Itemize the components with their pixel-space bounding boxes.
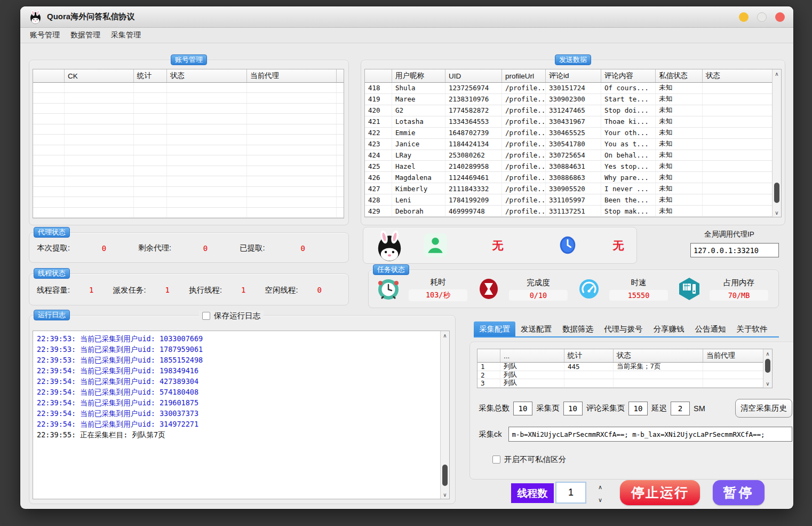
table-header: CK统计状态当前代理 (33, 69, 344, 83)
scroll-up-icon[interactable]: ∧ (441, 331, 449, 340)
table-cell: Emmie (392, 128, 445, 138)
table-cell: 1784199209 (445, 194, 501, 205)
log-scrollbar[interactable]: ∧ ∨ (440, 331, 449, 499)
send-table-scrollbar[interactable]: ∧ ∨ (772, 69, 781, 217)
table-cell: /profile... (501, 94, 545, 105)
table-cell (702, 161, 772, 171)
table-cell: /profile... (501, 116, 545, 127)
table-row[interactable]: 429Deborah469999748/profile...331137251S… (365, 206, 772, 217)
config-field-input-3[interactable] (671, 402, 690, 415)
proxy-status-badge: 代理状态 (34, 227, 70, 238)
proxy-status-items: 本次提取:0剩余代理:0已提取:0 (37, 237, 341, 259)
minimize-button[interactable] (739, 12, 749, 22)
table-cell: /profile... (501, 128, 545, 138)
queue-table-scrollbar[interactable]: ∧ ∨ (763, 349, 772, 388)
table-cell (702, 128, 772, 138)
tab-0[interactable]: 采集配置 (474, 321, 515, 336)
proxy-status-pair-1: 剩余代理:0 (138, 243, 240, 253)
global-proxy-input[interactable] (690, 243, 779, 257)
thread-status-badge: 线程状态 (34, 268, 70, 279)
run-log-group: 运行日志 保存运行日志 22:39:53: 当前已采集到用户uid: 10330… (29, 315, 456, 504)
table-cell: Start te... (601, 94, 655, 105)
tab-2[interactable]: 数据筛选 (557, 321, 599, 336)
close-button[interactable] (775, 12, 785, 22)
log-line-1: 22:39:53: 当前已采集到用户uid: 1787959061 (37, 344, 437, 355)
table-cell: Thoae ki... (601, 116, 655, 127)
table-row[interactable]: 421Lotasha1334364553/profile...330431967… (365, 116, 772, 128)
table-row[interactable]: 424LRay253080262/profile...330725654On b… (365, 150, 772, 161)
tab-5[interactable]: 公告通知 (690, 321, 731, 336)
table-cell (64, 104, 133, 113)
table-cell (336, 93, 344, 103)
maximize-button[interactable] (757, 12, 767, 22)
config-field-input-1[interactable] (563, 402, 583, 415)
pause-button[interactable]: 暂停 (713, 480, 765, 505)
scroll-down-icon[interactable]: ∨ (441, 490, 449, 499)
table-cell: 427 (365, 183, 392, 194)
table-row[interactable]: 428Leni1784199209/profile...331105997Bee… (365, 194, 772, 206)
stop-run-button[interactable]: 停止运行 (620, 480, 700, 505)
stepper-down-icon[interactable]: ∨ (598, 496, 602, 504)
table-cell (246, 114, 336, 123)
config-field-input-2[interactable] (628, 402, 648, 415)
table-row[interactable]: 3列队 (477, 379, 763, 388)
clear-history-button[interactable]: 清空采集历史 (735, 399, 792, 418)
table-row[interactable]: 427Kimberly2111843332/profile...33090552… (365, 183, 772, 194)
stepper-up-icon[interactable]: ∧ (598, 483, 602, 491)
table-cell: /profile... (501, 194, 545, 205)
column-header: 当前代理 (703, 349, 763, 362)
table-cell: 1124469461 (445, 172, 501, 183)
table-cell: I never ... (601, 183, 655, 194)
scroll-up-icon[interactable]: ∧ (763, 349, 772, 358)
menu-item-2[interactable]: 采集管理 (106, 29, 146, 42)
table-cell (64, 197, 133, 207)
table-row[interactable]: 419Maree2138310976/profile...330902300St… (365, 94, 772, 105)
table-cell (133, 104, 166, 113)
scroll-up-icon[interactable]: ∧ (773, 69, 781, 78)
table-cell: Deborah (392, 206, 445, 216)
tab-1[interactable]: 发送配置 (515, 321, 557, 336)
scroll-down-icon[interactable]: ∨ (773, 208, 781, 217)
column-header: profileUrl (501, 69, 545, 82)
tab-3[interactable]: 代理与拨号 (599, 321, 648, 336)
account-table: CK统计状态当前代理 (33, 69, 344, 218)
table-cell: 列队 (500, 371, 564, 379)
table-row[interactable]: 422Emmie1648702739/profile...330465525Yo… (365, 128, 772, 139)
scroll-thumb[interactable] (442, 465, 448, 486)
table-row[interactable]: 420G21774582872/profile...331247465Stop … (365, 105, 772, 116)
task-item-label: 完成度 (527, 278, 550, 288)
table-cell: /profile... (501, 206, 545, 216)
config-field-input-0[interactable] (513, 402, 532, 415)
collect-ck-input[interactable] (508, 427, 793, 442)
dm-distinguish-checkbox[interactable] (492, 456, 500, 464)
collect-queue-table: ...统计状态当前代理1列队445当前采集；7页2列队3列队 ∧ ∨ (477, 349, 773, 388)
scroll-down-icon[interactable]: ∨ (763, 379, 772, 388)
table-row[interactable]: 425Hazel2140289958/profile...330884631Ye… (365, 161, 772, 172)
table-row[interactable]: 423Janice1184424134/profile...330541780Y… (365, 139, 772, 150)
tab-4[interactable]: 分享赚钱 (648, 321, 690, 336)
table-header: 用户昵称UIDprofileUrl评论id评论内容私信状态状态 (365, 69, 772, 83)
table-cell: Hazel (392, 161, 445, 171)
table-row[interactable]: 418Shula1237256974/profile...330151724Of… (365, 83, 772, 94)
table-cell (564, 371, 613, 379)
task-status-badge: 任务状态 (373, 264, 409, 275)
scroll-thumb[interactable] (765, 359, 770, 373)
table-row[interactable]: 2列队 (477, 371, 763, 380)
menu-item-0[interactable]: 账号管理 (25, 29, 65, 42)
table-row[interactable]: 1列队445当前采集；7页 (477, 363, 763, 371)
table-cell (702, 105, 772, 116)
table-cell (64, 155, 133, 165)
column-header: 私信状态 (655, 69, 702, 82)
scroll-thumb[interactable] (774, 183, 779, 203)
thread-count-input[interactable] (555, 482, 586, 504)
tab-6[interactable]: 关于软件 (731, 321, 773, 336)
menu-item-1[interactable]: 数据管理 (65, 29, 106, 42)
window-title: Quora海外问答私信协议 (47, 12, 134, 22)
proxy-status-value: 0 (70, 244, 138, 253)
table-cell (133, 114, 166, 123)
table-cell (166, 124, 246, 134)
table-row (33, 176, 344, 186)
table-row[interactable]: 426Magdalena1124469461/profile...3308868… (365, 172, 772, 183)
save-log-checkbox[interactable] (202, 312, 210, 320)
table-cell: 445 (564, 363, 613, 371)
